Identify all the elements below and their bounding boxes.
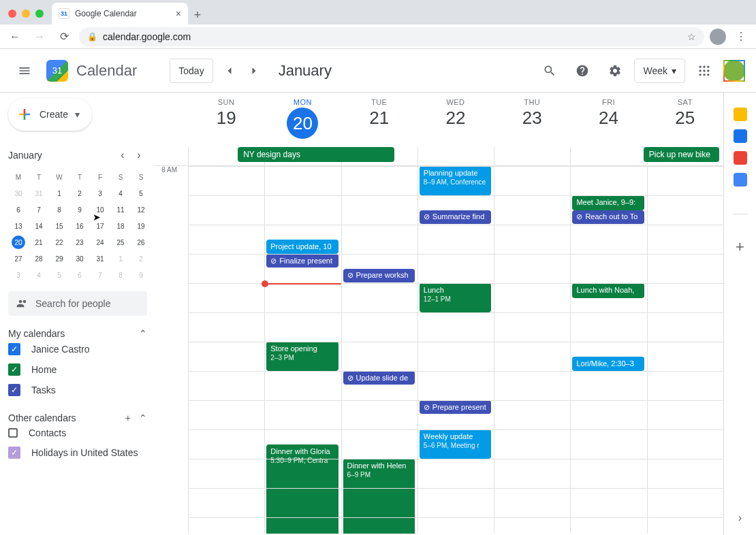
browser-reload-button[interactable]: ⟳	[54, 27, 74, 46]
calendar-event[interactable]: Weekly update5–6 PM, Meeting r	[420, 429, 491, 459]
mini-day-cell[interactable]: 23	[69, 234, 90, 250]
browser-back-button[interactable]: ←	[5, 27, 25, 46]
calendar-event[interactable]: ⊘Prepare present	[420, 400, 491, 414]
window-minimize[interactable]	[22, 10, 30, 18]
calendar-event[interactable]: ⊘Update slide de	[343, 371, 415, 385]
mini-day-cell[interactable]: 7	[90, 267, 110, 283]
search-button[interactable]	[536, 57, 563, 84]
mini-day-cell[interactable]: 16	[69, 218, 90, 234]
calendar-event[interactable]: Planning update8–9 AM, Conference	[420, 166, 491, 195]
calendar-event[interactable]: ⊘Summarize find	[420, 210, 491, 224]
mini-day-cell[interactable]: 2	[131, 250, 151, 267]
mini-day-cell[interactable]: 11	[110, 201, 131, 218]
calendar-event[interactable]: Project update, 10	[266, 240, 338, 255]
mini-day-cell[interactable]: 21	[29, 234, 49, 250]
mini-day-cell[interactable]: 24	[90, 234, 110, 250]
calendar-toggle[interactable]: ✓Janice Castro	[8, 339, 147, 359]
settings-button[interactable]	[601, 57, 629, 84]
day-header[interactable]: WED22	[418, 93, 494, 147]
maps-icon[interactable]	[734, 151, 747, 165]
calendar-toggle[interactable]: ✓Holidays in United States	[8, 442, 147, 463]
close-tab-icon[interactable]: ×	[176, 8, 181, 19]
mini-day-cell[interactable]: 9	[131, 267, 151, 283]
mini-day-cell[interactable]: 6	[8, 201, 29, 218]
chrome-menu-icon[interactable]: ⋮	[731, 27, 751, 46]
mini-day-cell[interactable]: 3	[8, 267, 29, 283]
search-people-input[interactable]: Search for people	[8, 291, 147, 316]
mini-day-cell[interactable]: 27	[8, 250, 29, 267]
main-menu-button[interactable]	[11, 57, 38, 84]
day-header[interactable]: THU23	[494, 93, 570, 147]
keep-icon[interactable]	[734, 108, 747, 121]
window-close[interactable]	[8, 10, 16, 18]
mini-day-cell[interactable]: 25	[110, 234, 131, 250]
tasks-icon[interactable]	[734, 129, 747, 143]
other-calendars-header[interactable]: Other calendars + ⌃	[8, 412, 147, 423]
mini-day-cell[interactable]: 13	[8, 218, 29, 234]
account-avatar[interactable]	[723, 60, 745, 82]
mini-day-cell[interactable]: 30	[69, 250, 90, 267]
next-period-button[interactable]	[243, 60, 265, 82]
chrome-profile-avatar[interactable]	[710, 29, 726, 45]
mini-day-cell[interactable]: 8	[110, 267, 131, 283]
mini-next-month[interactable]: ›	[131, 147, 147, 163]
allday-event[interactable]: Pick up new bike	[644, 147, 719, 162]
mini-day-cell[interactable]: 6	[69, 267, 90, 283]
calendar-toggle[interactable]: ✓Tasks	[8, 380, 147, 400]
browser-tab[interactable]: 31 Google Calendar ×	[52, 3, 188, 25]
day-header[interactable]: FRI24	[570, 93, 646, 147]
mini-day-cell[interactable]: 4	[29, 267, 49, 283]
mini-day-cell[interactable]: 1	[110, 250, 131, 267]
window-maximize[interactable]	[35, 10, 44, 18]
calendar-event[interactable]: ⊘Finalize present	[266, 254, 338, 268]
mini-day-cell[interactable]: 5	[131, 185, 151, 201]
mini-day-cell[interactable]: 4	[110, 185, 131, 201]
create-button[interactable]: Create ▾	[8, 98, 92, 131]
address-bar[interactable]: 🔒 calendar.google.com ☆	[79, 27, 704, 46]
calendar-event[interactable]: Dinner with Gloria5:30–9 PM, Centra	[266, 444, 338, 534]
mini-day-cell[interactable]: 5	[49, 267, 69, 283]
calendar-event[interactable]: Lunch with Noah,	[572, 283, 644, 298]
allday-event[interactable]: NY design days	[238, 147, 394, 162]
calendar-event[interactable]: ⊘Reach out to To	[572, 210, 644, 224]
mini-day-cell[interactable]: 20	[12, 236, 25, 249]
google-apps-button[interactable]	[691, 57, 718, 84]
mini-prev-month[interactable]: ‹	[114, 147, 131, 163]
mini-day-cell[interactable]: 1	[49, 185, 69, 201]
mini-day-cell[interactable]: 14	[29, 218, 49, 234]
support-button[interactable]	[569, 57, 596, 84]
prev-period-button[interactable]	[219, 60, 240, 82]
new-tab-button[interactable]: +	[188, 5, 207, 25]
mini-day-cell[interactable]: 17	[90, 218, 110, 234]
day-header[interactable]: MON20	[264, 93, 341, 147]
calendar-event[interactable]: ⊘Prepare worksh	[343, 269, 415, 282]
calendar-event[interactable]: Dinner with Helen6–9 PM	[343, 459, 415, 534]
mini-day-cell[interactable]: 9	[69, 201, 90, 218]
my-calendars-header[interactable]: My calendars ⌃	[8, 328, 147, 339]
mini-day-cell[interactable]: 22	[49, 234, 69, 250]
mini-day-cell[interactable]: 7	[29, 201, 49, 218]
contacts-icon[interactable]	[734, 173, 747, 187]
mini-day-cell[interactable]: 29	[49, 250, 69, 267]
calendar-event[interactable]: Store opening2–3 PM	[266, 342, 338, 371]
browser-forward-button[interactable]: →	[30, 27, 49, 46]
mini-day-cell[interactable]: 3	[90, 185, 110, 201]
today-button[interactable]: Today	[170, 59, 212, 83]
calendar-toggle[interactable]: Contacts	[8, 423, 147, 442]
day-header[interactable]: SAT25	[647, 93, 723, 147]
calendar-event[interactable]: Meet Janice, 9–9:	[572, 195, 644, 210]
calendar-toggle[interactable]: ✓Home	[8, 359, 147, 380]
view-selector[interactable]: Week ▾	[634, 59, 685, 83]
mini-day-cell[interactable]: 12	[131, 201, 151, 218]
mini-day-cell[interactable]: 31	[29, 185, 49, 201]
mini-day-cell[interactable]: 19	[131, 218, 151, 234]
mini-day-cell[interactable]: 8	[49, 201, 69, 218]
add-addon-button[interactable]: +	[727, 233, 754, 261]
add-calendar-icon[interactable]: +	[125, 412, 131, 423]
bookmark-icon[interactable]: ☆	[687, 31, 696, 42]
mini-day-cell[interactable]: 18	[110, 218, 131, 234]
mini-day-cell[interactable]: 26	[131, 234, 151, 250]
mini-day-cell[interactable]: 10	[90, 201, 110, 218]
mini-day-cell[interactable]: 28	[29, 250, 49, 267]
mini-day-cell[interactable]: 31	[90, 250, 110, 267]
